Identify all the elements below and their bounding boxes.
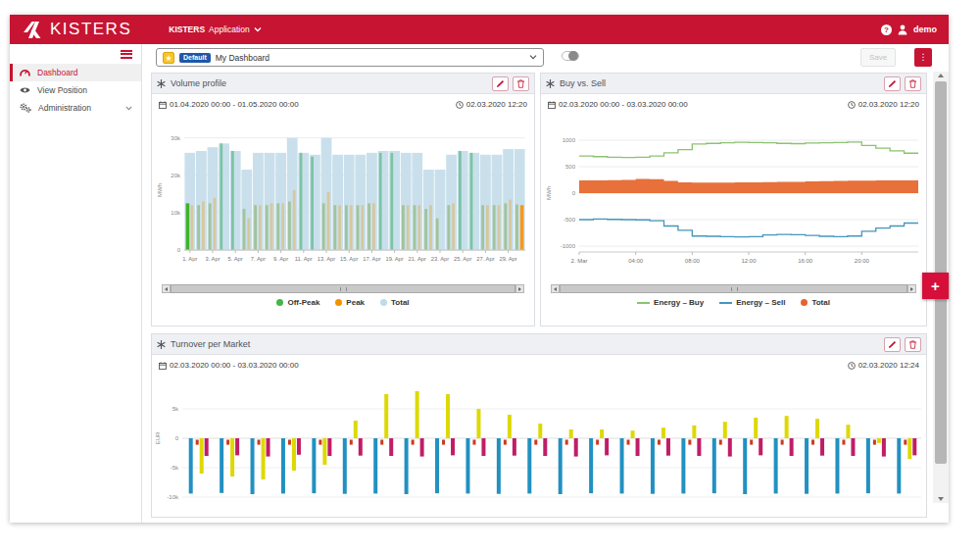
date-range: 01.04.2020 00:00 - 01.05.2020 00:00	[170, 100, 299, 109]
sidebar: Dashboard View Position	[10, 44, 142, 523]
dashboard-select[interactable]: ★ Default My Dashboard	[156, 48, 544, 67]
delete-widget-button[interactable]	[905, 76, 921, 91]
trash-icon	[908, 79, 917, 88]
last-refresh: 02.03.2020 12:20	[466, 100, 527, 109]
svg-text:0: 0	[571, 190, 575, 196]
brand-name: KISTERS	[50, 20, 131, 39]
legend-marker	[801, 299, 808, 306]
legend-marker	[335, 299, 342, 306]
svg-text:23. Apr: 23. Apr	[431, 256, 449, 262]
edit-mode-toggle[interactable]	[562, 51, 579, 61]
panel-turnover-per-market: Turnover per Market	[151, 333, 927, 518]
svg-text:27. Apr: 27. Apr	[476, 256, 494, 262]
clock-icon	[848, 101, 856, 109]
panel-subheader: 02.03.2020 00:00 - 03.03.2020 00:00 02.0…	[541, 94, 926, 115]
scroll-right-icon[interactable]	[907, 284, 916, 293]
pencil-icon	[496, 79, 505, 88]
svg-text:-1000: -1000	[560, 243, 575, 249]
scroll-left-icon[interactable]	[551, 284, 560, 293]
scroll-up-icon[interactable]	[938, 74, 944, 77]
save-button[interactable]: Save	[860, 48, 896, 67]
widget-icon	[546, 79, 555, 88]
svg-text:10k: 10k	[171, 210, 181, 216]
panel-subheader: 02.03.2020 00:00 - 03.03.2020 00:00 02.0…	[152, 355, 926, 376]
sidebar-item-administration[interactable]: Administration	[10, 99, 141, 117]
dashboard-toolbar: ★ Default My Dashboard Save ⋮	[142, 44, 949, 72]
chart-h-scrollbar[interactable]	[551, 284, 916, 293]
svg-text:16:00: 16:00	[798, 258, 813, 264]
chevron-down-icon	[529, 55, 537, 60]
top-bar: KISTERS KISTERS Application ? demo	[10, 15, 949, 44]
panel-buy-vs-sell: Buy vs. Sell	[540, 73, 927, 326]
legend-label: Total	[391, 298, 410, 307]
svg-text:0: 0	[177, 247, 181, 253]
panel-title: Volume profile	[171, 78, 226, 88]
volume-legend: Off-PeakPeakTotal	[152, 298, 534, 307]
date-range: 02.03.2020 00:00 - 03.03.2020 00:00	[170, 361, 299, 370]
edit-widget-button[interactable]	[884, 76, 901, 91]
calendar-icon	[159, 101, 167, 109]
svg-text:7. Apr: 7. Apr	[251, 256, 266, 262]
edit-widget-button[interactable]	[884, 337, 901, 352]
buy-vs-sell-chart[interactable]: 10005000-500-1000MWh2. Mar04:0008:0012:0…	[544, 115, 924, 279]
legend-label: Peak	[346, 298, 365, 307]
legend-label: Total	[811, 298, 830, 307]
legend-marker	[276, 299, 283, 306]
app-name-bold: KISTERS	[169, 25, 205, 34]
edit-widget-button[interactable]	[492, 76, 509, 91]
svg-text:-10k: -10k	[167, 494, 179, 500]
legend-item[interactable]: Off-Peak	[276, 298, 319, 307]
panel-title: Turnover per Market	[171, 339, 250, 349]
help-icon[interactable]: ?	[881, 25, 892, 35]
sidebar-item-view-position[interactable]: View Position	[10, 81, 141, 99]
scroll-down-icon[interactable]	[938, 497, 944, 501]
default-badge: Default	[179, 53, 211, 63]
svg-text:3. Apr: 3. Apr	[205, 256, 220, 262]
clock-icon	[456, 101, 464, 109]
chart-h-scrollbar[interactable]	[162, 284, 524, 293]
svg-text:30k: 30k	[171, 135, 181, 141]
sidebar-item-dashboard[interactable]: Dashboard	[10, 64, 141, 81]
turnover-chart[interactable]: 5k0-5k-10kEUR	[153, 376, 925, 513]
widget-icon	[157, 79, 166, 88]
date-range: 02.03.2020 00:00 - 03.03.2020 00:00	[559, 100, 688, 109]
selected-dashboard-label: My Dashboard	[216, 53, 270, 63]
svg-text:20k: 20k	[171, 173, 181, 178]
legend-item[interactable]: Total	[801, 298, 830, 307]
volume-profile-chart[interactable]: 010k20k30kMWh1. Apr3. Apr5. Apr7. Apr9. …	[155, 115, 531, 279]
toolbar-menu-button[interactable]: ⋮	[914, 48, 932, 67]
legend-item[interactable]: Energy – Sell	[719, 298, 785, 307]
delete-widget-button[interactable]	[513, 76, 529, 91]
panel-subheader: 01.04.2020 00:00 - 01.05.2020 00:00 02.0…	[152, 94, 534, 115]
username[interactable]: demo	[913, 25, 937, 34]
svg-text:19. Apr: 19. Apr	[385, 256, 403, 262]
svg-text:1. Apr: 1. Apr	[182, 256, 197, 262]
app-switcher[interactable]: KISTERS Application	[169, 25, 261, 34]
user-icon[interactable]	[898, 25, 907, 35]
svg-text:5. Apr: 5. Apr	[228, 256, 243, 262]
panel-header: Volume profile	[152, 74, 534, 94]
kisters-k-icon	[23, 22, 44, 38]
legend-label: Energy – Buy	[654, 298, 704, 307]
panel-header: Turnover per Market	[152, 334, 926, 355]
dashboard-icon	[20, 68, 30, 77]
legend-item[interactable]: Total	[380, 298, 410, 307]
legend-label: Off-Peak	[287, 298, 319, 307]
trash-icon	[908, 340, 917, 349]
kisters-logo: KISTERS	[10, 20, 131, 39]
legend-item[interactable]: Peak	[335, 298, 365, 307]
legend-item[interactable]: Energy – Buy	[637, 298, 704, 307]
svg-text:21. Apr: 21. Apr	[409, 256, 426, 262]
scroll-left-icon[interactable]	[162, 284, 171, 293]
sidebar-collapse-icon[interactable]	[121, 48, 132, 60]
svg-text:25. Apr: 25. Apr	[454, 256, 471, 262]
pencil-icon	[888, 340, 897, 349]
svg-text:12:00: 12:00	[741, 258, 757, 264]
svg-text:2. Mar: 2. Mar	[570, 258, 587, 264]
svg-text:1000: 1000	[562, 137, 575, 143]
delete-widget-button[interactable]	[905, 337, 921, 352]
scroll-right-icon[interactable]	[515, 284, 524, 293]
svg-text:08:00: 08:00	[684, 258, 700, 264]
buysell-legend: Energy – BuyEnergy – SellTotal	[541, 298, 926, 307]
add-widget-button[interactable]: +	[922, 273, 949, 299]
